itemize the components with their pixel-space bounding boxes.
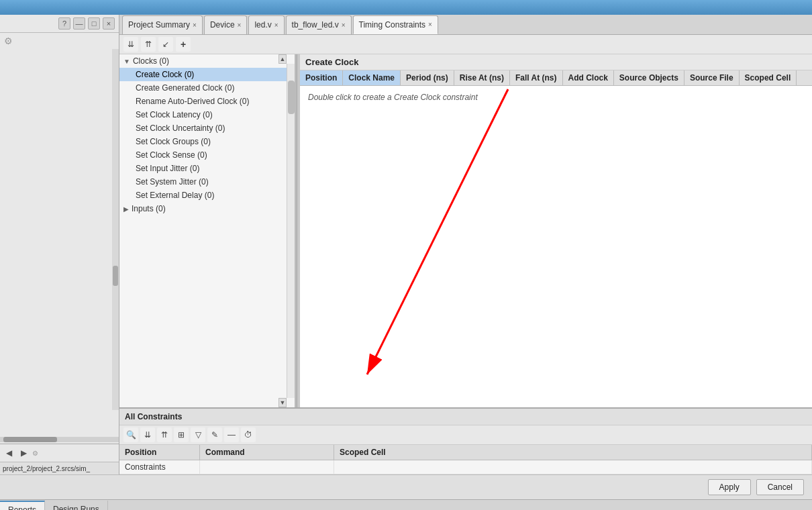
col-header-scoped-cell: Scoped Cell	[740, 70, 797, 85]
tree-arrow-clocks: ▼	[123, 58, 130, 65]
settings-icon[interactable]: ⚙	[4, 36, 13, 46]
all-constraints-toolbar: 🔍 ⇊ ⇈ ⊞ ▽ ✎ — ⏱	[119, 425, 812, 445]
instruction-text: Double click to create a Create Clock co…	[300, 86, 812, 109]
tree-item-create-generated-clock[interactable]: Create Generated Clock (0)	[119, 81, 295, 95]
tree-container[interactable]: ▼ Clocks (0) Create Clock (0) Create Gen…	[119, 54, 295, 407]
tree-item-create-clock[interactable]: Create Clock (0)	[119, 68, 295, 81]
tab-close-device[interactable]: ×	[238, 21, 242, 29]
expand-all-btn2[interactable]: ⇈	[157, 427, 172, 442]
col-header-rise-at: Rise At (ns)	[454, 70, 510, 85]
go-to-source-btn[interactable]: ↙	[158, 37, 173, 52]
col-header-clock-name: Clock Name	[343, 70, 401, 85]
annotation-arrow	[300, 86, 703, 407]
add-btn[interactable]: +	[176, 37, 191, 52]
constraints-row: Constraints	[119, 460, 812, 474]
panel-title: Create Clock	[305, 57, 358, 67]
tab-close-project-summary[interactable]: ×	[193, 21, 197, 29]
main-content: Project Summary × Device × led.v × tb_fl…	[119, 15, 812, 474]
svg-line-1	[367, 89, 508, 374]
col-header-scoped-cell-all: Scoped Cell	[334, 445, 812, 460]
bottom-tabs: Reports Design Runs	[0, 499, 812, 510]
scroll-down-arrow[interactable]: ▼	[278, 398, 287, 407]
tree-item-clocks[interactable]: ▼ Clocks (0)	[119, 54, 295, 68]
constraints-cell-scoped	[334, 460, 812, 474]
right-panel: Create Clock Position Clock Name Period …	[300, 54, 812, 407]
tab-tb-flow[interactable]: tb_flow_led.v ×	[286, 15, 352, 34]
col-header-position-all: Position	[119, 445, 200, 460]
edit-btn[interactable]: ✎	[207, 427, 222, 442]
collapse-all-btn2[interactable]: ⇊	[140, 427, 155, 442]
tree-item-clock-groups[interactable]: Set Clock Groups (0)	[119, 135, 295, 148]
all-constraints-section: All Constraints 🔍 ⇊ ⇈ ⊞ ▽ ✎ — ⏱ Position	[119, 407, 812, 474]
left-sidebar: ? — □ × ⚙ ◀ ▶ ⚙	[0, 15, 119, 474]
expand-all-btn[interactable]: ⇈	[141, 37, 156, 52]
tree-item-clock-latency[interactable]: Set Clock Latency (0)	[119, 108, 295, 121]
col-header-source-objects: Source Objects	[614, 70, 684, 85]
tree-item-inputs[interactable]: ▶ Inputs (0)	[119, 202, 295, 215]
collapse-all-btn[interactable]: ⇊	[123, 37, 138, 52]
search-btn[interactable]: 🔍	[123, 427, 138, 442]
remove-btn[interactable]: —	[224, 427, 239, 442]
tab-close-led[interactable]: ×	[274, 21, 278, 29]
bottom-tab-reports[interactable]: Reports	[0, 501, 45, 511]
tab-project-summary[interactable]: Project Summary ×	[122, 15, 203, 34]
constraints-tree: ▼ Clocks (0) Create Clock (0) Create Gen…	[119, 54, 297, 407]
sidebar-bottom: ◀ ▶ ⚙	[0, 444, 119, 462]
constraints-cell-position: Constraints	[119, 460, 200, 474]
tree-item-system-jitter[interactable]: Set System Jitter (0)	[119, 175, 295, 189]
tab-close-tb[interactable]: ×	[342, 21, 346, 29]
scroll-up-arrow[interactable]: ▲	[278, 54, 287, 64]
sidebar-top-icons: ? — □ ×	[0, 15, 119, 33]
file-path: project_2/project_2.srcs/sim_	[3, 465, 90, 472]
help-icon[interactable]: ?	[58, 17, 70, 30]
tree-item-clock-sense[interactable]: Set Clock Sense (0)	[119, 148, 295, 162]
tab-bar: Project Summary × Device × led.v × tb_fl…	[119, 15, 812, 35]
tree-item-input-jitter[interactable]: Set Input Jitter (0)	[119, 162, 295, 175]
tab-device[interactable]: Device ×	[204, 15, 248, 34]
tab-close-timing[interactable]: ×	[428, 21, 432, 28]
sidebar-scrollbar[interactable]	[112, 49, 119, 410]
timer-btn[interactable]: ⏱	[241, 427, 256, 442]
close-icon[interactable]: ×	[103, 17, 115, 30]
col-header-source-file: Source File	[684, 70, 740, 85]
col-header-command-all: Command	[200, 445, 334, 460]
main-table-area: Double click to create a Create Clock co…	[300, 86, 812, 407]
sidebar-hscrollbar[interactable]	[0, 437, 119, 442]
tab-led[interactable]: led.v ×	[248, 15, 284, 34]
tab-timing-constraints[interactable]: Timing Constraints ×	[353, 15, 438, 34]
settings-bottom-icon[interactable]: ⚙	[32, 450, 38, 457]
tree-item-rename-auto[interactable]: Rename Auto-Derived Clock (0)	[119, 95, 295, 108]
minimize-icon[interactable]: —	[73, 17, 85, 30]
panel-title-bar: Create Clock	[300, 54, 812, 70]
filter-btn[interactable]: ▽	[191, 427, 205, 442]
apply-button[interactable]: Apply	[708, 479, 751, 495]
tree-arrow-inputs: ▶	[123, 205, 129, 213]
bottom-tab-design-runs[interactable]: Design Runs	[45, 501, 108, 511]
top-bar	[0, 0, 812, 15]
constraints-cell-command	[200, 460, 334, 474]
nav-back-btn[interactable]: ◀	[3, 447, 15, 459]
table-view-btn[interactable]: ⊞	[174, 427, 189, 442]
all-constraints-header: All Constraints	[119, 409, 812, 425]
cancel-button[interactable]: Cancel	[756, 479, 804, 495]
tree-scrollbar[interactable]	[287, 64, 295, 398]
col-header-add-clock: Add Clock	[563, 70, 614, 85]
col-header-position: Position	[300, 70, 343, 85]
constraints-table-header: Position Command Scoped Cell	[119, 445, 812, 460]
main-toolbar: ⇊ ⇈ ↙ +	[119, 35, 812, 54]
nav-forward-btn[interactable]: ▶	[17, 447, 30, 459]
col-header-period: Period (ns)	[401, 70, 454, 85]
tree-item-external-delay[interactable]: Set External Delay (0)	[119, 189, 295, 202]
action-bar: Apply Cancel	[0, 474, 812, 499]
col-headers: Position Clock Name Period (ns) Rise At …	[300, 70, 812, 86]
maximize-icon[interactable]: □	[88, 17, 100, 30]
col-header-fall-at: Fall At (ns)	[510, 70, 563, 85]
tree-item-clock-uncertainty[interactable]: Set Clock Uncertainty (0)	[119, 121, 295, 135]
